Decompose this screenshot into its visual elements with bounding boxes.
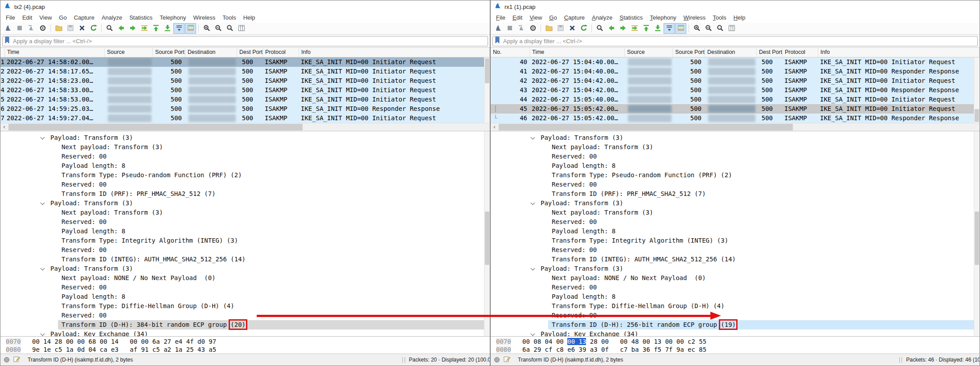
detail-line[interactable]: Payload length: 8 (0, 292, 490, 301)
column-header-no[interactable] (0, 48, 5, 57)
chevron-down-icon[interactable] (531, 135, 535, 140)
column-header-protocol[interactable]: Protocol (783, 48, 818, 57)
menu-statistics[interactable]: Statistics (616, 13, 646, 23)
detail-line[interactable]: Payload: Transform (3) (0, 264, 490, 273)
stop-capture-button[interactable] (14, 23, 25, 34)
details-vscrollbar-thumb[interactable] (485, 211, 489, 265)
open-file-button[interactable] (53, 23, 64, 34)
save-file-button[interactable] (555, 23, 566, 34)
menu-statistics[interactable]: Statistics (126, 13, 156, 23)
open-file-button[interactable] (543, 23, 554, 34)
detail-line[interactable]: Transform Type: Pseudo-random Function (… (491, 171, 980, 180)
packet-row[interactable]: │452022-06-27 15:05:42.00…500500ISAKMPIK… (491, 104, 980, 114)
reload-button[interactable] (88, 23, 99, 34)
zoom-in-button[interactable] (201, 23, 212, 34)
column-header-source-port[interactable]: Source Port (153, 48, 185, 57)
detail-line[interactable]: Transform ID (D-H): 384-bit random ECP g… (58, 320, 490, 329)
packet-list-vscrollbar[interactable] (484, 57, 490, 123)
go-forward-button[interactable] (127, 23, 138, 34)
chevron-down-icon[interactable] (41, 135, 45, 140)
detail-line[interactable]: Transform ID (INTEG): AUTH_HMAC_SHA2_512… (491, 255, 980, 264)
capture-comment-icon[interactable] (13, 356, 20, 364)
menu-capture[interactable]: Capture (561, 13, 588, 23)
detail-line[interactable]: Payload length: 8 (491, 227, 980, 236)
detail-line[interactable]: Payload length: 8 (491, 292, 980, 301)
packet-row[interactable]: 432022-06-27 15:04:42.00…500500ISAKMPIKE… (491, 85, 980, 95)
column-header-source-port[interactable]: Source Port (673, 48, 705, 57)
scroll-left-arrow-icon[interactable]: ‹ (491, 123, 498, 131)
detail-line[interactable]: Transform Type: Integrity Algorithm (INT… (491, 236, 980, 245)
detail-line[interactable]: Reserved: 00 (491, 180, 980, 189)
packet-list-hscrollbar[interactable]: ‹ (0, 123, 490, 131)
menu-edit[interactable]: Edit (19, 13, 36, 23)
detail-line[interactable]: Reserved: 00 (0, 217, 490, 227)
packet-row[interactable]: 442022-06-27 15:05:40.00…500500ISAKMPIKE… (491, 95, 980, 104)
detail-line[interactable]: Payload: Transform (3) (0, 199, 490, 208)
title-bar[interactable]: tx2 (4).pcap (0, 0, 490, 13)
detail-line[interactable]: Payload length: 8 (0, 227, 490, 236)
detail-line[interactable]: Reserved: 00 (491, 245, 980, 255)
detail-line[interactable]: Payload: Transform (3) (0, 133, 490, 142)
resize-columns-button[interactable] (236, 23, 247, 34)
packet-list-vscrollbar-thumb[interactable] (485, 58, 489, 83)
detail-line[interactable]: Next payload: NONE / No Next Payload (0) (491, 273, 980, 283)
packet-row[interactable]: 12022-06-27 14:58:02.00…500500ISAKMPIKE_… (0, 57, 490, 67)
detail-line[interactable]: Next payload: Transform (3) (0, 208, 490, 217)
column-header-destination[interactable]: Destination (185, 48, 237, 57)
menu-tools[interactable]: Tools (709, 13, 730, 23)
hex-dump-pane[interactable]: 0070 00 08 04 00 00 13 28 00 00 48 00 13… (491, 336, 980, 354)
detail-line[interactable]: Payload: Transform (3) (491, 199, 980, 208)
detail-line[interactable]: Payload: Transform (3) (491, 264, 980, 273)
column-header-info[interactable]: Info (818, 48, 980, 57)
chevron-down-icon[interactable] (41, 201, 45, 205)
detail-line[interactable]: Payload: Key Exchange (34) (491, 329, 980, 336)
detail-line[interactable]: Next payload: NONE / No Next Payload (0) (0, 273, 490, 283)
details-vscrollbar[interactable] (974, 131, 980, 336)
menu-help[interactable]: Help (240, 13, 259, 23)
chevron-down-icon[interactable] (531, 332, 535, 336)
menu-go[interactable]: Go (55, 13, 70, 23)
detail-line[interactable]: Payload length: 8 (491, 161, 980, 171)
hscrollbar-thumb[interactable] (8, 124, 303, 130)
close-file-button[interactable] (76, 23, 87, 34)
detail-line[interactable]: Payload: Key Exchange (34) (0, 329, 490, 336)
column-header-destination[interactable]: Destination (705, 48, 757, 57)
packet-list-vscrollbar-thumb[interactable] (975, 109, 979, 122)
column-header-info[interactable]: Info (299, 48, 490, 57)
detail-line[interactable]: Transform ID (INTEG): AUTH_HMAC_SHA2_512… (0, 255, 490, 264)
colorize-toggle-button[interactable] (675, 23, 686, 34)
detail-line[interactable]: Reserved: 00 (491, 283, 980, 292)
zoom-out-button[interactable] (703, 23, 714, 34)
zoom-out-button[interactable] (213, 23, 224, 34)
packet-row[interactable]: 42022-06-27 14:58:33.00…500500ISAKMPIKE_… (0, 85, 490, 95)
detail-line[interactable]: Transform Type: Integrity Algorithm (INT… (0, 236, 490, 245)
column-header-dest-port[interactable]: Dest Port (237, 48, 263, 57)
go-to-packet-button[interactable] (139, 23, 150, 34)
display-filter-input[interactable]: Apply a display filter ... <Ctrl-/> (2, 36, 488, 46)
details-vscrollbar-thumb[interactable] (975, 211, 979, 265)
go-to-packet-button[interactable] (629, 23, 640, 34)
menu-view[interactable]: View (526, 13, 545, 23)
chevron-down-icon[interactable] (41, 266, 45, 271)
close-file-button[interactable] (566, 23, 578, 34)
packet-row[interactable]: └462022-06-27 15:05:42.00…500500ISAKMPIK… (491, 114, 980, 123)
packet-list-hscrollbar[interactable]: ‹ (491, 123, 980, 131)
packet-row[interactable]: 62022-06-27 14:59:25.03…500500ISAKMPIKE_… (0, 104, 490, 114)
hscrollbar-thumb[interactable] (499, 124, 793, 130)
detail-line[interactable]: Reserved: 00 (0, 283, 490, 292)
detail-line[interactable]: Transform ID (D-H): 256-bit random ECP g… (548, 320, 980, 329)
restart-capture-button[interactable] (25, 23, 37, 34)
start-capture-button[interactable] (2, 23, 13, 34)
column-header-time[interactable]: Time (5, 48, 105, 57)
restart-capture-button[interactable] (516, 23, 527, 34)
statusbar-grip[interactable] (402, 357, 405, 363)
chevron-down-icon[interactable] (531, 266, 535, 271)
resize-columns-button[interactable] (726, 23, 737, 34)
capture-comment-icon[interactable] (504, 356, 510, 364)
go-forward-button[interactable] (617, 23, 628, 34)
detail-line[interactable]: Payload length: 8 (0, 161, 490, 171)
menu-edit[interactable]: Edit (509, 13, 526, 23)
packet-row[interactable]: 422022-06-27 15:04:42.00…500500ISAKMPIKE… (491, 76, 980, 85)
packet-list-vscrollbar[interactable] (974, 57, 980, 123)
column-header-protocol[interactable]: Protocol (263, 48, 299, 57)
